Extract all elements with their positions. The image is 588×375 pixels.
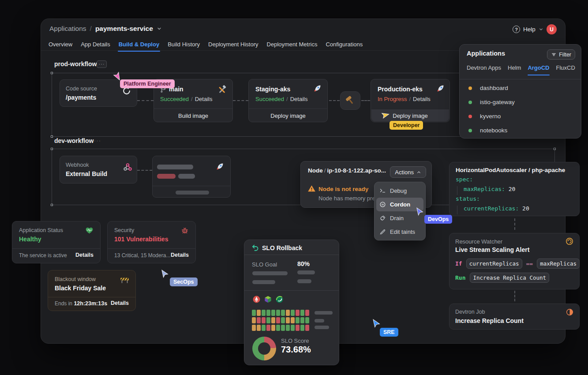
menu-item-label: Drain: [390, 215, 404, 221]
status-separator: /: [286, 96, 288, 102]
gavel-icon: [345, 95, 356, 106]
staging-status-row: Succeeded / Details: [255, 96, 307, 102]
run-action-chip[interactable]: Increase Replica Count: [470, 273, 549, 283]
webhook-card[interactable]: Webhook External Build: [60, 156, 137, 184]
menu-item-edit-taints[interactable]: Edit taints: [376, 225, 423, 239]
node-warning-title: Node is not ready: [318, 186, 368, 192]
security-details-link[interactable]: Details: [171, 252, 189, 258]
hpa-yaml-panel: HorizontalPodAutoscaler / php-apache spe…: [449, 162, 580, 216]
popup-title: Applications: [467, 50, 505, 57]
skeleton-bar: [315, 311, 333, 315]
status-dot: [468, 129, 472, 132]
heatmap-cell: [300, 317, 304, 323]
heatmap-cell: [266, 325, 270, 331]
platform-engineer-cursor: [112, 71, 122, 81]
breadcrumb-root[interactable]: Applications: [49, 25, 86, 33]
staging-deploy-action[interactable]: Deploy image: [249, 112, 327, 119]
app-list-item[interactable]: dashboard: [460, 81, 581, 95]
watcher-condition-row: If currentReplicas == maxReplicas: [455, 259, 580, 269]
production-status: In Progress: [378, 96, 407, 102]
filter-icon: [551, 52, 557, 57]
blackout-title: Blackout window: [55, 276, 96, 282]
heatmap-cell: [257, 317, 261, 323]
filter-button[interactable]: Filter: [547, 49, 575, 60]
production-name: Production-eks: [378, 86, 423, 93]
secops-badge: SecOps: [170, 278, 198, 286]
prod-workflow-more-button[interactable]: ···: [97, 60, 107, 68]
condition-right-chip[interactable]: maxReplicas: [537, 259, 580, 269]
breadcrumb: Applications / payments-service: [49, 25, 162, 33]
staging-details-link[interactable]: Details: [290, 96, 308, 102]
code-source-label: Code source: [66, 86, 97, 92]
divider: [12, 248, 100, 249]
avatar[interactable]: U: [547, 24, 557, 34]
divider: [249, 109, 327, 109]
app-name: notebooks: [480, 127, 507, 134]
slo-score-label: SLO Score: [281, 338, 309, 344]
skeleton-bar: [157, 174, 176, 179]
app-list-item[interactable]: istio-gateway: [460, 95, 581, 109]
tab-helm[interactable]: Helm: [508, 64, 521, 75]
app-name: kyverno: [480, 113, 501, 120]
approval-gate-node[interactable]: [340, 91, 360, 110]
devops-badge: DevOps: [424, 215, 452, 224]
resize-handle[interactable]: [554, 148, 556, 150]
resize-handle[interactable]: [51, 72, 53, 74]
rocket-icon: [312, 83, 322, 94]
divider: [460, 79, 581, 79]
blackout-details-link[interactable]: Details: [111, 300, 129, 306]
tab-fluxcd[interactable]: FluxCD: [556, 64, 575, 75]
menu-item-label: Edit taints: [390, 229, 415, 235]
pencil-icon: [379, 229, 386, 235]
heatmap-cell: [262, 325, 266, 331]
production-details-link[interactable]: Details: [413, 96, 431, 102]
slo-rollback-panel: SLO Rollback SLO Goal 80% SLO Score 73.6…: [244, 240, 339, 365]
status-separator: /: [409, 96, 411, 102]
menu-item-label: Cordon: [390, 201, 410, 208]
menu-item-debug[interactable]: Debug: [376, 184, 423, 198]
tab-argocd[interactable]: ArgoCD: [528, 64, 549, 75]
app-list-item[interactable]: kyverno: [460, 109, 581, 124]
prod-workflow-title: prod-workflow: [54, 60, 97, 68]
app-list-item[interactable]: notebooks: [460, 123, 581, 138]
dev-workflow-more-button[interactable]: ···: [94, 138, 101, 144]
slo-panel-title: SLO Rollback: [262, 244, 302, 251]
skeleton-bar: [176, 191, 209, 195]
help-menu[interactable]: ? Help: [513, 26, 543, 33]
connector-dash: [233, 100, 248, 101]
blackout-footer: Ends in 12h:23m:13s: [55, 300, 107, 307]
resize-handle[interactable]: [51, 135, 53, 138]
divider: [108, 248, 195, 249]
chevron-down-icon[interactable]: [157, 26, 162, 31]
actions-button[interactable]: Actions: [390, 166, 426, 178]
divider: [244, 255, 339, 255]
connector-dash: [329, 100, 340, 101]
hpa-title: HorizontalPodAutoscaler / php-apache: [456, 167, 565, 173]
heatmap-cell: [281, 317, 285, 323]
connector-dash: [137, 100, 154, 101]
tab-devtron-apps[interactable]: Devtron Apps: [467, 64, 501, 75]
tools-icon: [217, 85, 227, 94]
heatmap-cell: [296, 310, 300, 316]
app-name: dashboard: [480, 85, 508, 91]
resize-handle[interactable]: [51, 148, 53, 150]
platform-engineer-badge: Platform Engineer: [120, 79, 175, 88]
heatmap-cell: [291, 325, 295, 331]
heatmap-cell: [252, 317, 256, 323]
resource-watcher-title: Resource Watcher: [455, 238, 502, 245]
rocket-icon: [435, 83, 446, 94]
countdown-value: 12h:23m:13s: [74, 300, 107, 307]
heatmap-cell: [266, 317, 270, 323]
yaml-key: status:: [456, 195, 480, 202]
condition-left-chip[interactable]: currentReplicas: [466, 259, 522, 269]
build-details-link[interactable]: Details: [195, 96, 213, 102]
heatmap-cell: [305, 325, 309, 331]
status-card-title: Application Status: [19, 227, 63, 233]
skeleton-bar: [297, 270, 315, 274]
build-image-action[interactable]: Build image: [154, 112, 232, 119]
resize-handle[interactable]: [51, 204, 53, 206]
rollback-icon: [251, 244, 259, 252]
broom-icon: [379, 215, 386, 221]
status-details-link[interactable]: Details: [75, 252, 94, 258]
rocket-icon: [215, 161, 225, 172]
